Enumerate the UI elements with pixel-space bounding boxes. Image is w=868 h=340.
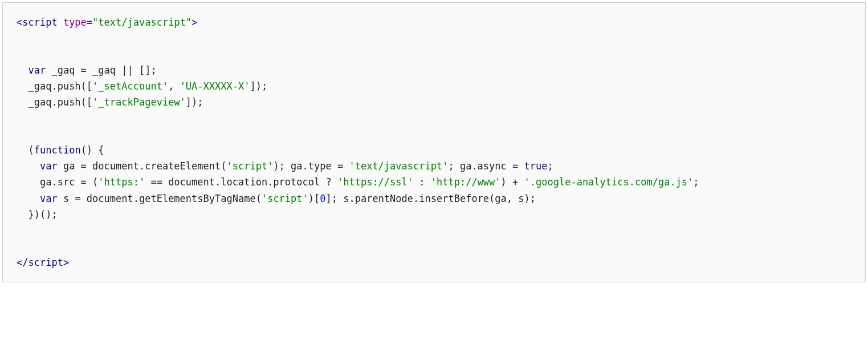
string-literal: 'https://ssl' <box>337 176 413 188</box>
code-text: )[ <box>308 193 320 204</box>
code-text: ]; s.parentNode.insertBefore(ga, s); <box>326 193 536 204</box>
code-text: ga.src = ( <box>40 176 98 188</box>
code-text: ; ga.async = <box>448 160 524 172</box>
code-text: ; <box>547 160 553 172</box>
indent <box>17 209 28 220</box>
code-text: ; <box>693 176 699 188</box>
tag-open: <script <box>17 17 63 28</box>
code-text: s = document.getElementsByTagName( <box>58 193 262 204</box>
code-text: _gaq = _gaq || []; <box>46 64 156 76</box>
indent <box>17 160 40 172</box>
string-literal: '_setAccount' <box>92 80 168 92</box>
keyword-var: var <box>40 160 58 172</box>
indent <box>17 144 28 156</box>
attr-quote: " <box>92 17 98 28</box>
string-literal: 'https:' <box>98 176 145 188</box>
attr-eq: = <box>87 17 92 28</box>
string-literal: 'script' <box>226 160 273 172</box>
indent <box>17 176 40 188</box>
indent <box>17 64 28 76</box>
keyword-function: function <box>34 144 81 156</box>
keyword-var: var <box>28 64 46 76</box>
code-text: ]); <box>186 96 203 108</box>
code-text: ); ga.type = <box>273 160 349 172</box>
string-literal: 'http://www' <box>431 176 501 188</box>
code-text: ga = document.createElement( <box>58 160 227 172</box>
attr-quote: " <box>186 17 191 28</box>
code-text: })(); <box>28 209 57 220</box>
attr-value: text/javascript <box>98 17 186 28</box>
code-text: () { <box>81 144 104 156</box>
code-text: : <box>413 176 431 188</box>
code-text: _gaq.push([ <box>28 80 92 92</box>
code-text: == document.location.protocol ? <box>145 176 337 188</box>
code-text: , <box>168 80 180 92</box>
attr-name: type <box>63 17 87 28</box>
number-literal: 0 <box>320 193 325 204</box>
string-literal: '_trackPageview' <box>92 96 186 108</box>
tag-close-script: </script> <box>17 257 69 268</box>
string-literal: '.google-analytics.com/ga.js' <box>524 176 694 188</box>
code-block: <script type="text/javascript"> var _gaq… <box>2 2 866 282</box>
string-literal: 'UA-XXXXX-X' <box>180 80 250 92</box>
code-text: ( <box>28 144 34 156</box>
tag-close: > <box>191 17 197 28</box>
keyword-true: true <box>524 160 548 172</box>
string-literal: 'text/javascript' <box>349 160 448 172</box>
string-literal: 'script' <box>262 193 308 204</box>
indent <box>17 80 28 92</box>
indent <box>17 96 28 108</box>
keyword-var: var <box>40 193 58 204</box>
code-text: ]); <box>250 80 267 92</box>
code-text: _gaq.push([ <box>28 96 92 108</box>
indent <box>17 193 40 204</box>
code-text: ) + <box>501 176 524 188</box>
